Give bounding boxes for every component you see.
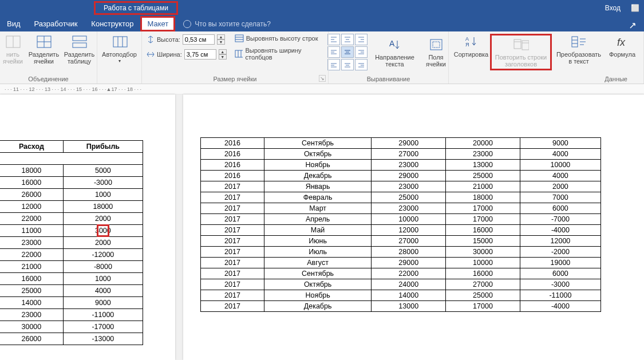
table-cell[interactable]: Июнь bbox=[264, 236, 371, 247]
table-row[interactable]: 180005000 bbox=[0, 165, 143, 177]
sort-button[interactable]: АЯ Сортировка bbox=[453, 34, 489, 58]
table-cell[interactable]: 25000 bbox=[446, 171, 520, 181]
table-cell[interactable]: 2017 bbox=[201, 279, 264, 290]
table-cell[interactable]: 2000 bbox=[63, 213, 143, 225]
height-spinner[interactable]: ▲▼ bbox=[217, 34, 225, 45]
table-cell[interactable]: -2000 bbox=[520, 247, 600, 258]
table-cell[interactable]: 25000 bbox=[0, 285, 63, 297]
table-cell[interactable]: 23000 bbox=[0, 309, 63, 321]
row-height[interactable]: Высота: ▲▼ bbox=[147, 34, 227, 45]
table-cell[interactable]: 26000 bbox=[0, 189, 63, 201]
table-row[interactable]: 2017Июль2800030000-2000 bbox=[201, 247, 601, 258]
table-cell[interactable]: 26000 bbox=[0, 333, 63, 345]
table-cell[interactable]: Декабрь bbox=[264, 301, 371, 312]
merge-cells-button[interactable]: нить ячейки bbox=[2, 34, 25, 65]
table-row[interactable]: 2017Октябрь2400027000-3000 bbox=[201, 279, 601, 290]
table-cell[interactable]: 22000 bbox=[372, 268, 446, 279]
table-cell[interactable]: 10000 bbox=[520, 160, 600, 171]
table-cell[interactable]: 17000 bbox=[446, 301, 520, 312]
table-cell[interactable]: 23000 bbox=[372, 203, 446, 214]
cell-size-dialog-launcher[interactable]: ↘ bbox=[319, 75, 326, 82]
table-cell[interactable]: 9000 bbox=[520, 138, 600, 149]
table-cell[interactable]: 2016 bbox=[201, 171, 264, 181]
table-cell[interactable]: -17000 bbox=[63, 321, 143, 333]
table-cell[interactable]: 29000 bbox=[372, 138, 446, 149]
login-link[interactable]: Вход bbox=[605, 4, 621, 12]
table-cell[interactable]: 2017 bbox=[201, 181, 264, 192]
table-cell[interactable]: -3000 bbox=[63, 177, 143, 189]
table-cell[interactable]: 17000 bbox=[446, 203, 520, 214]
table-cell[interactable]: Март bbox=[264, 203, 371, 214]
table-cell[interactable]: 2017 bbox=[201, 258, 264, 268]
table-cell[interactable]: 1000 bbox=[63, 189, 143, 201]
table-cell[interactable]: 2017 bbox=[201, 225, 264, 236]
table-cell[interactable]: 16000 bbox=[0, 177, 63, 189]
table-cell[interactable]: 28000 bbox=[372, 247, 446, 258]
table-cell[interactable]: 14000 bbox=[372, 290, 446, 301]
table-cell[interactable]: 27000 bbox=[372, 236, 446, 247]
table-row[interactable]: 2017Сентябрь22000160006000 bbox=[201, 268, 601, 279]
window-restore-icon[interactable]: ⬜ bbox=[631, 4, 639, 12]
table-cell[interactable]: 2016 bbox=[201, 138, 264, 149]
table-cell[interactable]: 21000 bbox=[446, 181, 520, 192]
table-cell[interactable]: 27000 bbox=[446, 279, 520, 290]
table-cell[interactable]: Апрель bbox=[264, 214, 371, 225]
table-row[interactable]: 140009000 bbox=[0, 297, 143, 309]
table-row[interactable]: 1200018000 bbox=[0, 201, 143, 213]
table-row[interactable]: 2016Сентябрь29000200009000 bbox=[201, 138, 601, 149]
table-cell[interactable]: -11000 bbox=[63, 309, 143, 321]
distribute-rows-button[interactable]: Выровнять высоту строк bbox=[235, 34, 323, 43]
table-cell[interactable]: 17000 bbox=[446, 214, 520, 225]
table-row[interactable]: 30000-17000 bbox=[0, 321, 143, 333]
table-cell[interactable]: 23000 bbox=[0, 237, 63, 249]
distribute-cols-button[interactable]: Выровнять ширину столбцов bbox=[235, 46, 323, 61]
cell-margins-button[interactable]: Поля ячейки bbox=[422, 37, 450, 68]
table-row[interactable]: 2016Октябрь27000230004000 bbox=[201, 149, 601, 160]
table-cell[interactable]: 22000 bbox=[0, 213, 63, 225]
table-cell[interactable]: Январь bbox=[264, 181, 371, 192]
convert-to-text-button[interactable]: Преобразовать в текст bbox=[553, 34, 605, 65]
table-cell[interactable]: 2017 bbox=[201, 268, 264, 279]
table-cell[interactable]: -7000 bbox=[520, 214, 600, 225]
col-width[interactable]: Ширина: ▲▼ bbox=[147, 49, 227, 60]
table-cell[interactable]: 27000 bbox=[372, 149, 446, 160]
width-spinner[interactable]: ▲▼ bbox=[219, 49, 227, 60]
table-cell[interactable]: 20000 bbox=[446, 138, 520, 149]
table-cell[interactable]: 11000 bbox=[0, 225, 63, 237]
table-cell[interactable]: 2017 bbox=[201, 192, 264, 203]
table-cell[interactable]: 18000 bbox=[63, 201, 143, 213]
table-cell[interactable]: 2017 bbox=[201, 301, 264, 312]
table-cell[interactable]: 29000 bbox=[372, 171, 446, 181]
table-cell[interactable]: 4000 bbox=[63, 285, 143, 297]
table-row[interactable]: 2016Ноябрь230001300010000 bbox=[201, 160, 601, 171]
table-cell[interactable]: 1000 bbox=[63, 273, 143, 285]
table-cell[interactable]: Сентябрь bbox=[264, 138, 371, 149]
alignment-grid[interactable] bbox=[327, 34, 368, 70]
table-cell[interactable]: -4000 bbox=[520, 301, 600, 312]
split-cells-button[interactable]: Разделить ячейки bbox=[28, 34, 60, 65]
table-row[interactable]: 2017Февраль25000180007000 bbox=[201, 192, 601, 203]
table-cell[interactable]: -8000 bbox=[63, 261, 143, 273]
table-cell[interactable]: 23000 bbox=[372, 181, 446, 192]
ruler[interactable]: · · · 11 · · · 12 · · · 13 · · · 14 · · … bbox=[0, 84, 644, 94]
share-icon[interactable] bbox=[629, 21, 638, 29]
table-left[interactable]: РасходПрибыль18000500016000-300026000100… bbox=[0, 140, 143, 345]
tab-view[interactable]: Вид bbox=[0, 16, 27, 31]
table-cell[interactable]: 13000 bbox=[372, 301, 446, 312]
table-cell[interactable]: Февраль bbox=[264, 192, 371, 203]
repeat-header-rows-button[interactable]: Повторить строки заголовков bbox=[490, 34, 552, 70]
table-cell[interactable]: Май bbox=[264, 225, 371, 236]
table-cell[interactable]: -4000 bbox=[520, 225, 600, 236]
table-cell[interactable]: 15000 bbox=[446, 236, 520, 247]
table-cell[interactable]: 12000 bbox=[0, 201, 63, 213]
table-cell[interactable]: 7000 bbox=[520, 192, 600, 203]
table-cell[interactable]: 16000 bbox=[446, 268, 520, 279]
table-cell[interactable]: 12000 bbox=[372, 225, 446, 236]
table-cell[interactable]: -3000 bbox=[520, 279, 600, 290]
table-cell[interactable]: 9000 bbox=[63, 297, 143, 309]
table-cell[interactable]: 14000 bbox=[0, 297, 63, 309]
table-cell[interactable]: 2000 bbox=[63, 237, 143, 249]
table-cell[interactable]: 30000 bbox=[0, 321, 63, 333]
width-input[interactable] bbox=[184, 49, 216, 60]
table-row[interactable]: 21000-8000 bbox=[0, 261, 143, 273]
